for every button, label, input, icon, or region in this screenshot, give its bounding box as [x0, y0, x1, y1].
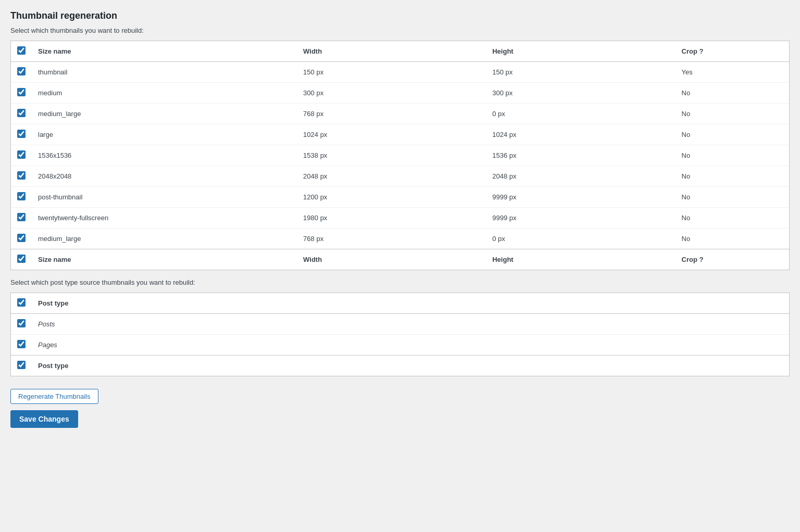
crop-header: Crop ?: [676, 41, 790, 62]
row-checkbox-cell: [11, 229, 32, 249]
table-description: Select which thumbnails you want to rebu…: [10, 27, 790, 34]
row-size-name: twentytwenty-fullscreen: [32, 208, 297, 229]
post-row-checkbox-cell: [11, 335, 32, 356]
post-row-checkbox-0[interactable]: [17, 319, 26, 327]
row-crop: No: [676, 187, 790, 208]
post-type-table-wrapper: Post type Posts Pages Post type: [10, 293, 790, 376]
row-size-name: medium: [32, 83, 297, 104]
row-width: 150 px: [297, 62, 486, 83]
table-row: thumbnail 150 px 150 px Yes: [11, 62, 789, 83]
row-size-name: post-thumbnail: [32, 187, 297, 208]
row-size-name: thumbnail: [32, 62, 297, 83]
thumbnail-table-wrapper: Size name Width Height Crop ? thumbnail …: [10, 41, 790, 270]
row-width: 768 px: [297, 229, 486, 249]
row-size-name: large: [32, 124, 297, 145]
page-title: Thumbnail regeneration: [10, 10, 790, 21]
row-checkbox-6[interactable]: [17, 192, 26, 200]
crop-footer: Crop ?: [676, 249, 790, 270]
row-height: 1024 px: [486, 124, 675, 145]
table-row: medium 300 px 300 px No: [11, 83, 789, 104]
row-width: 2048 px: [297, 166, 486, 187]
row-checkbox-7[interactable]: [17, 213, 26, 221]
row-crop: No: [676, 229, 790, 249]
row-checkbox-cell: [11, 104, 32, 124]
row-width: 300 px: [297, 83, 486, 104]
select-all-footer: [11, 249, 32, 270]
row-height: 9999 px: [486, 208, 675, 229]
post-select-all-checkbox[interactable]: [17, 298, 26, 307]
table-row: 1536x1536 1538 px 1536 px No: [11, 145, 789, 166]
size-name-header: Size name: [32, 41, 297, 62]
height-header: Height: [486, 41, 675, 62]
row-height: 2048 px: [486, 166, 675, 187]
post-type-description: Select which post type source thumbnails…: [10, 278, 790, 286]
post-row-checkbox-1[interactable]: [17, 340, 26, 348]
post-select-all-footer: [11, 356, 32, 376]
row-checkbox-0[interactable]: [17, 67, 26, 75]
thumbnail-table: Size name Width Height Crop ? thumbnail …: [11, 41, 789, 270]
row-checkbox-cell: [11, 124, 32, 145]
row-width: 1538 px: [297, 145, 486, 166]
table-row: medium_large 768 px 0 px No: [11, 104, 789, 124]
table-row: 2048x2048 2048 px 2048 px No: [11, 166, 789, 187]
table-row: post-thumbnail 1200 px 9999 px No: [11, 187, 789, 208]
post-row-checkbox-cell: [11, 314, 32, 335]
thumbnail-tbody: thumbnail 150 px 150 px Yes medium 300 p…: [11, 62, 789, 249]
row-checkbox-8[interactable]: [17, 234, 26, 242]
post-type-table: Post type Posts Pages Post type: [11, 293, 789, 376]
table-row: twentytwenty-fullscreen 1980 px 9999 px …: [11, 208, 789, 229]
width-footer: Width: [297, 249, 486, 270]
row-size-name: 1536x1536: [32, 145, 297, 166]
save-changes-button[interactable]: Save Changes: [10, 410, 78, 428]
width-header: Width: [297, 41, 486, 62]
row-height: 150 px: [486, 62, 675, 83]
row-width: 1200 px: [297, 187, 486, 208]
row-height: 9999 px: [486, 187, 675, 208]
row-checkbox-cell: [11, 145, 32, 166]
row-size-name: 2048x2048: [32, 166, 297, 187]
post-type-header: Post type: [32, 293, 789, 314]
row-size-name: medium_large: [32, 104, 297, 124]
row-width: 1024 px: [297, 124, 486, 145]
row-crop: No: [676, 208, 790, 229]
post-select-all-header: [11, 293, 32, 314]
row-checkbox-cell: [11, 62, 32, 83]
row-height: 300 px: [486, 83, 675, 104]
select-all-footer-checkbox[interactable]: [17, 255, 26, 263]
table-row: large 1024 px 1024 px No: [11, 124, 789, 145]
row-height: 1536 px: [486, 145, 675, 166]
post-select-all-footer-checkbox[interactable]: [17, 361, 26, 369]
row-crop: No: [676, 166, 790, 187]
row-height: 0 px: [486, 104, 675, 124]
size-name-footer: Size name: [32, 249, 297, 270]
row-checkbox-5[interactable]: [17, 171, 26, 180]
row-checkbox-1[interactable]: [17, 88, 26, 96]
post-type-footer: Post type: [32, 356, 789, 376]
row-width: 1980 px: [297, 208, 486, 229]
row-checkbox-cell: [11, 83, 32, 104]
row-checkbox-3[interactable]: [17, 130, 26, 138]
height-footer: Height: [486, 249, 675, 270]
table-row: medium_large 768 px 0 px No: [11, 229, 789, 249]
row-checkbox-cell: [11, 187, 32, 208]
post-tbody: Posts Pages: [11, 314, 789, 356]
row-checkbox-2[interactable]: [17, 109, 26, 117]
post-row-name: Posts: [32, 314, 789, 335]
row-crop: No: [676, 104, 790, 124]
select-all-header: [11, 41, 32, 62]
select-all-checkbox[interactable]: [17, 46, 26, 55]
post-type-row: Pages: [11, 335, 789, 356]
row-checkbox-4[interactable]: [17, 150, 26, 159]
regenerate-button[interactable]: Regenerate Thumbnails: [10, 389, 98, 404]
post-type-row: Posts: [11, 314, 789, 335]
row-crop: No: [676, 145, 790, 166]
row-checkbox-cell: [11, 166, 32, 187]
row-height: 0 px: [486, 229, 675, 249]
row-crop: Yes: [676, 62, 790, 83]
row-checkbox-cell: [11, 208, 32, 229]
row-crop: No: [676, 83, 790, 104]
row-width: 768 px: [297, 104, 486, 124]
post-row-name: Pages: [32, 335, 789, 356]
row-size-name: medium_large: [32, 229, 297, 249]
row-crop: No: [676, 124, 790, 145]
